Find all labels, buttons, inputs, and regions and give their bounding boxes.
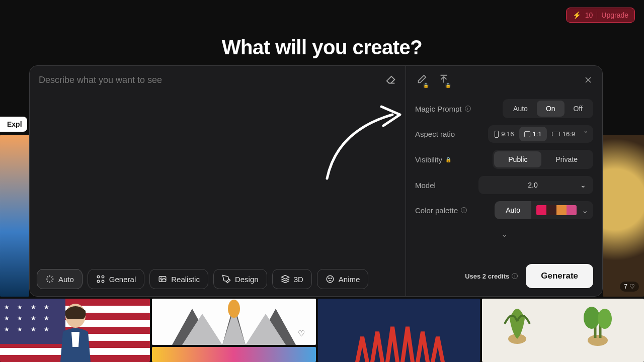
palette-control: Auto ⌄ [495, 201, 593, 219]
svg-point-3 [588, 335, 608, 346]
ratio-1-1[interactable]: 1:1 [519, 127, 547, 141]
svg-point-7 [102, 276, 104, 278]
chip-label: Design [235, 275, 259, 284]
magic-prompt-segment: Auto On Off [503, 99, 593, 118]
style-chip-design[interactable]: Design [213, 269, 267, 289]
sparkle-icon [45, 275, 54, 284]
magic-prompt-label: Magic Prompt [415, 105, 462, 113]
heart-icon: ♡ [629, 283, 635, 290]
model-select[interactable]: 2.0 ⌄ [478, 176, 593, 194]
setting-visibility: Visibility 🔒 Public Private [415, 150, 593, 169]
style-chip-anime[interactable]: Anime [317, 269, 369, 289]
palette-swatches [536, 205, 577, 215]
settings-header: 🔒 🔒 [415, 74, 593, 87]
model-label: Model [415, 181, 436, 190]
prompt-area [30, 66, 406, 262]
gallery-thumbnail[interactable] [482, 299, 644, 362]
portrait-icon [495, 131, 499, 138]
visibility-public[interactable]: Public [494, 151, 541, 167]
generate-button[interactable]: Generate [526, 264, 593, 288]
like-badge[interactable]: 7 ♡ [620, 282, 639, 292]
svg-point-5 [598, 309, 612, 329]
settings-footer: Uses 2 credits i Generate [415, 264, 593, 288]
prompt-input[interactable] [39, 75, 396, 85]
create-panel: Auto General Realistic Design [29, 65, 603, 297]
style-chip-general[interactable]: General [88, 269, 144, 289]
visibility-private[interactable]: Private [541, 151, 592, 167]
divider [597, 12, 597, 19]
lock-icon: 🔒 [445, 82, 451, 88]
svg-point-12 [327, 276, 334, 283]
lock-icon: 🔒 [445, 157, 451, 162]
setting-model: Model 2.0 ⌄ [415, 176, 593, 194]
upgrade-button[interactable]: ⚡ 10 Upgrade [566, 8, 635, 23]
upgrade-label: Upgrade [601, 11, 628, 19]
lock-icon: 🔒 [423, 82, 429, 88]
svg-point-4 [584, 307, 600, 329]
gallery-thumbnail-overlay [50, 302, 101, 362]
chevron-down-icon: ⌄ [582, 206, 588, 215]
photo-icon [158, 275, 167, 284]
palette-auto[interactable]: Auto [495, 201, 531, 219]
magic-prompt-auto[interactable]: Auto [504, 101, 537, 117]
svg-point-6 [97, 276, 100, 278]
page-title: What will you create? [0, 36, 644, 59]
grid-icon [96, 275, 105, 284]
info-icon[interactable]: i [465, 106, 471, 112]
ratio-9-16[interactable]: 9:16 [490, 127, 519, 141]
svg-point-13 [329, 278, 330, 279]
info-icon[interactable]: i [512, 273, 518, 279]
setting-aspect-ratio: Aspect ratio 9:16 1:1 16:9 ⌄ [415, 125, 593, 143]
gallery-thumbnail[interactable] [152, 347, 316, 362]
tab-explore[interactable]: Expl [0, 117, 27, 132]
close-icon[interactable] [583, 75, 593, 87]
palette-picker[interactable]: ⌄ [531, 201, 593, 219]
color-palette-label: Color palette [415, 206, 458, 215]
ratio-16-9[interactable]: 16:9 [547, 127, 580, 141]
model-value: 2.0 [486, 181, 580, 189]
edit-icon[interactable]: 🔒 [416, 74, 427, 87]
eraser-icon[interactable] [385, 75, 396, 88]
expand-settings[interactable]: ⌄ [415, 229, 593, 239]
heart-icon[interactable]: ♡ [298, 329, 305, 338]
style-chip-3d[interactable]: 3D [272, 269, 312, 289]
chip-label: Realistic [171, 275, 200, 284]
visibility-label: Visibility [415, 155, 442, 164]
pen-icon [222, 275, 231, 284]
gallery-thumbnail[interactable] [603, 135, 644, 297]
explore-label: Expl [7, 120, 22, 128]
landscape-icon [552, 132, 560, 136]
credit-count: 10 [585, 11, 593, 19]
setting-magic-prompt: Magic Prompt i Auto On Off [415, 99, 593, 118]
chevron-down-icon[interactable]: ⌄ [580, 127, 592, 141]
visibility-segment: Public Private [493, 150, 593, 169]
chip-label: General [109, 275, 136, 284]
upload-icon[interactable]: 🔒 [438, 74, 449, 87]
magic-prompt-on[interactable]: On [537, 101, 565, 117]
svg-point-14 [331, 278, 332, 279]
face-icon [326, 275, 335, 284]
chip-label: Auto [58, 275, 74, 284]
gallery-thumbnail-overlay [352, 322, 448, 362]
style-chip-auto[interactable]: Auto [37, 269, 83, 289]
aspect-ratio-segment: 9:16 1:1 16:9 ⌄ [488, 125, 593, 143]
chip-label: Anime [339, 275, 360, 284]
style-chips: Auto General Realistic Design [30, 262, 406, 296]
svg-point-8 [97, 280, 100, 283]
setting-color-palette: Color palette i Auto ⌄ [415, 201, 593, 219]
svg-point-9 [102, 280, 104, 283]
svg-point-11 [160, 278, 162, 280]
aspect-ratio-label: Aspect ratio [415, 130, 455, 138]
svg-point-1 [228, 300, 240, 318]
magic-prompt-off[interactable]: Off [565, 101, 592, 117]
credits-text: Uses 2 credits i [465, 273, 518, 280]
style-chip-realistic[interactable]: Realistic [149, 269, 208, 289]
gallery-thumbnail[interactable] [0, 135, 29, 297]
chevron-down-icon: ⌄ [580, 181, 586, 189]
chip-label: 3D [294, 275, 303, 284]
gallery-thumbnail[interactable] [152, 299, 316, 345]
like-count: 7 [624, 283, 627, 290]
settings-panel: 🔒 🔒 Magic Prompt i Auto On Off Aspect ra… [406, 66, 602, 296]
prompt-panel: Auto General Realistic Design [30, 66, 406, 296]
info-icon[interactable]: i [461, 207, 467, 213]
